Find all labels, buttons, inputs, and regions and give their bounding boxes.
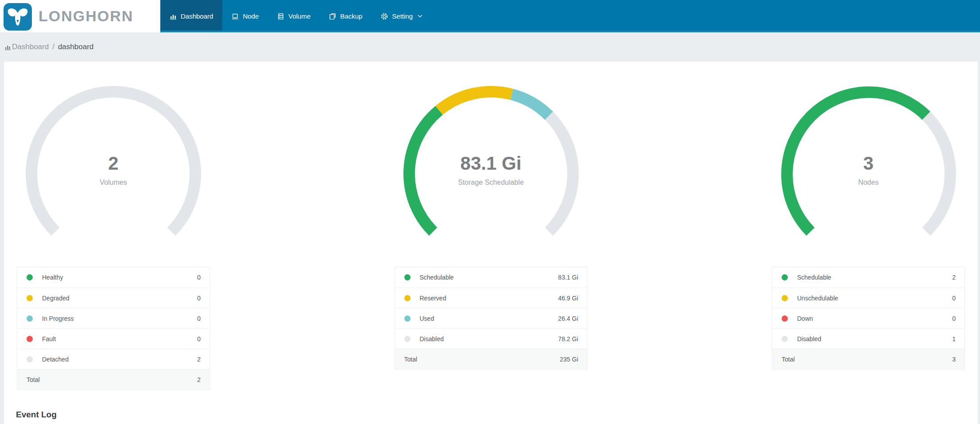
legend-color-dot xyxy=(404,315,411,322)
storage-legend-table: Schedulable83.1 GiReserved46.9 GiUsed26.… xyxy=(395,267,588,370)
gauge-center: 2 Volumes xyxy=(20,153,206,187)
nodes-label: Nodes xyxy=(775,179,961,187)
legend-value: 78.2 Gi xyxy=(558,335,578,342)
legend-row: Down0 xyxy=(772,308,965,328)
nodes-count: 3 xyxy=(775,153,961,174)
breadcrumb-root-link[interactable]: Dashboard xyxy=(12,43,49,51)
legend-value: 83.1 Gi xyxy=(558,274,578,281)
nav-label: Volume xyxy=(288,12,310,20)
legend-value: 26.4 Gi xyxy=(558,315,578,322)
legend-value: 0 xyxy=(197,335,201,342)
legend-color-dot xyxy=(782,295,788,301)
longhorn-logo-icon xyxy=(3,3,32,31)
breadcrumb: Dashboard / dashboard xyxy=(0,32,980,62)
brand-text: LONGHORN xyxy=(39,8,133,25)
breadcrumb-current: dashboard xyxy=(58,43,93,51)
legend-value: 2 xyxy=(197,356,201,363)
nav-item-backup[interactable]: Backup xyxy=(320,0,372,32)
volumes-count: 2 xyxy=(20,153,206,174)
legend-color-dot xyxy=(27,315,33,322)
legend-row: Disabled1 xyxy=(772,328,965,349)
nodes-gauge: 3 Nodes xyxy=(775,81,961,267)
legend-label: Disabled xyxy=(797,335,821,342)
dashboard-breadcrumb-icon xyxy=(4,44,11,51)
legend-total-row: Total 235 Gi xyxy=(395,349,587,369)
legend-total-label: Total xyxy=(404,356,418,363)
legend-label: Degraded xyxy=(42,295,70,302)
legend-value: 0 xyxy=(197,274,201,281)
dashboard-card: 2 Volumes Healthy0Degraded0In Progress0F… xyxy=(4,62,978,424)
legend-label: Disabled xyxy=(420,335,444,342)
volumes-label: Volumes xyxy=(20,179,206,187)
main-nav: Dashboard Node Volume Backup xyxy=(160,0,980,32)
nav-label: Node xyxy=(243,12,259,20)
app-header: LONGHORN Dashboard Node Volume xyxy=(0,0,980,32)
breadcrumb-separator: / xyxy=(52,43,54,51)
legend-color-dot xyxy=(27,356,33,362)
gauge-center: 3 Nodes xyxy=(775,153,961,187)
legend-row: Reserved46.9 Gi xyxy=(395,288,587,308)
volumes-panel: 2 Volumes Healthy0Degraded0In Progress0F… xyxy=(4,81,223,390)
legend-row: Unschedulable0 xyxy=(772,288,965,308)
nav-item-node[interactable]: Node xyxy=(222,0,268,32)
nav-label: Backup xyxy=(340,12,362,20)
legend-row: Fault0 xyxy=(17,328,209,349)
legend-label: In Progress xyxy=(42,315,74,322)
chevron-down-icon xyxy=(418,15,422,18)
legend-total-row: Total 2 xyxy=(17,369,209,389)
legend-value: 0 xyxy=(952,315,956,322)
legend-color-dot xyxy=(27,336,33,342)
legend-color-dot xyxy=(782,274,788,280)
legend-label: Schedulable xyxy=(420,274,454,281)
legend-label: Unschedulable xyxy=(797,295,838,302)
gauge-row: 2 Volumes Healthy0Degraded0In Progress0F… xyxy=(4,81,978,390)
legend-row: In Progress0 xyxy=(17,308,209,328)
legend-label: Healthy xyxy=(42,274,63,281)
legend-label: Detached xyxy=(42,356,69,363)
legend-row: Schedulable83.1 Gi xyxy=(395,267,587,288)
legend-total-value: 3 xyxy=(952,356,956,363)
nodes-legend-table: Schedulable2Unschedulable0Down0Disabled1… xyxy=(772,267,965,370)
legend-color-dot xyxy=(404,336,411,342)
legend-color-dot xyxy=(782,336,788,342)
legend-total-value: 2 xyxy=(197,376,201,383)
legend-total-row: Total 3 xyxy=(772,349,965,369)
legend-color-dot xyxy=(404,274,411,280)
nav-label: Dashboard xyxy=(181,12,213,20)
legend-value: 0 xyxy=(952,295,956,302)
legend-value: 0 xyxy=(197,315,201,322)
nav-item-volume[interactable]: Volume xyxy=(268,0,320,32)
legend-value: 2 xyxy=(952,274,956,281)
copy-icon xyxy=(329,13,336,20)
legend-label: Reserved xyxy=(420,295,446,302)
legend-color-dot xyxy=(782,315,788,322)
legend-row: Disabled78.2 Gi xyxy=(395,328,587,349)
legend-total-value: 235 Gi xyxy=(560,356,578,363)
gear-icon xyxy=(381,13,388,20)
legend-row: Schedulable2 xyxy=(772,267,965,288)
nav-label: Setting xyxy=(392,12,413,20)
legend-label: Used xyxy=(420,315,434,322)
volumes-legend-table: Healthy0Degraded0In Progress0Fault0Detac… xyxy=(17,267,210,390)
storage-panel: 83.1 Gi Storage Schedulable Schedulable8… xyxy=(382,81,600,390)
legend-label: Down xyxy=(797,315,813,322)
gauge-center: 83.1 Gi Storage Schedulable xyxy=(398,153,584,187)
legend-row: Healthy0 xyxy=(17,267,209,288)
nodes-panel: 3 Nodes Schedulable2Unschedulable0Down0D… xyxy=(759,81,978,390)
legend-color-dot xyxy=(27,295,33,301)
event-log-title: Event Log xyxy=(16,410,978,420)
storage-gauge: 83.1 Gi Storage Schedulable xyxy=(398,81,584,267)
legend-total-label: Total xyxy=(782,356,795,363)
gauge-segment xyxy=(511,94,549,116)
storage-schedulable-value: 83.1 Gi xyxy=(398,153,584,174)
laptop-icon xyxy=(232,13,239,20)
nav-item-setting[interactable]: Setting xyxy=(372,0,432,32)
legend-label: Fault xyxy=(42,335,56,342)
nav-item-dashboard[interactable]: Dashboard xyxy=(160,0,222,32)
bar-chart-icon xyxy=(170,13,177,20)
logo-link[interactable]: LONGHORN xyxy=(0,0,160,32)
legend-row: Used26.4 Gi xyxy=(395,308,587,328)
legend-value: 46.9 Gi xyxy=(558,295,578,302)
storage-schedulable-label: Storage Schedulable xyxy=(398,179,584,187)
legend-total-label: Total xyxy=(27,376,40,383)
